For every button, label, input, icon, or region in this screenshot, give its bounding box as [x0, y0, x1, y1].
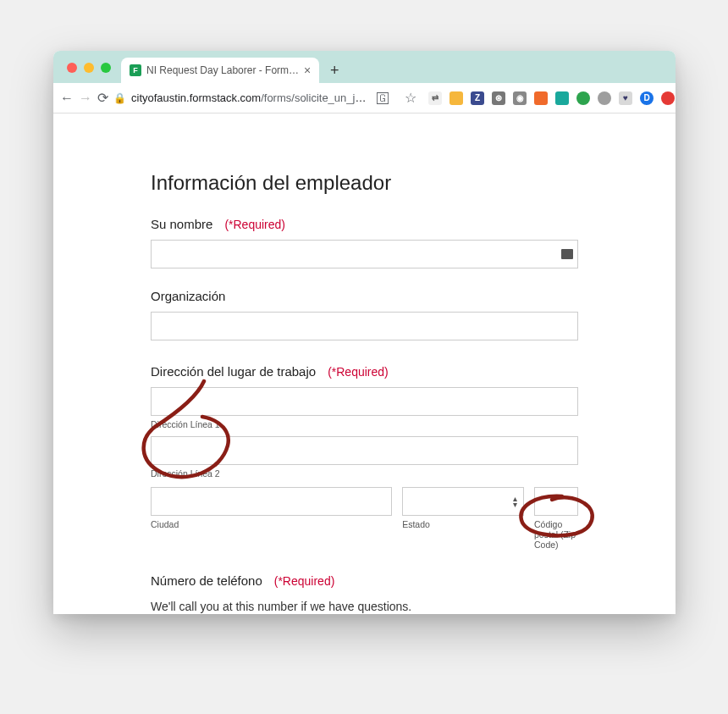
- address-line1-sublabel: Dirección Línea 1: [151, 419, 578, 429]
- required-label: (*Required): [274, 574, 335, 588]
- toolbar-right-icons: 🄶 ☆ ⇄Z⊛◉♥D: [372, 88, 675, 108]
- browser-toolbar: ← → ⟳ 🔒 cityofaustin.formstack.com/forms…: [53, 83, 676, 113]
- zip-input[interactable]: [534, 487, 578, 516]
- profile-d[interactable]: D: [640, 91, 654, 105]
- translate-icon[interactable]: ⇄: [428, 91, 442, 105]
- browser-window: F NI Request Day Laborer - Form… × + ← →…: [53, 51, 676, 614]
- forward-button[interactable]: →: [79, 88, 92, 108]
- tab-favicon: F: [130, 64, 141, 76]
- form-heading: Información del empleador: [151, 171, 578, 195]
- bookmark-star-icon[interactable]: ☆: [400, 88, 421, 108]
- browser-tab[interactable]: F NI Request Day Laborer - Form… ×: [121, 58, 319, 83]
- phone-helper-text: We'll call you at this number if we have…: [151, 600, 578, 613]
- new-tab-button[interactable]: +: [323, 58, 346, 82]
- name-label: Su nombre: [151, 217, 212, 231]
- minimize-window-button[interactable]: [84, 63, 94, 73]
- close-tab-icon[interactable]: ×: [304, 64, 311, 76]
- ext-camera[interactable]: ◉: [513, 91, 527, 105]
- required-label: (*Required): [328, 365, 389, 379]
- chevron-updown-icon: ▴▾: [513, 495, 517, 507]
- organization-input[interactable]: [151, 312, 578, 340]
- lock-icon: 🔒: [113, 92, 126, 104]
- org-label: Organización: [151, 289, 225, 303]
- page-content: Información del empleador Su nombre (*Re…: [53, 113, 676, 614]
- state-select[interactable]: [402, 487, 524, 516]
- url-text: cityofaustin.formstack.com/forms/solicit…: [131, 91, 367, 104]
- ext-heart[interactable]: ♥: [619, 91, 632, 105]
- window-controls: [60, 63, 118, 83]
- address-line1-input[interactable]: [151, 387, 578, 416]
- maximize-window-button[interactable]: [101, 63, 111, 73]
- ext-globe[interactable]: ⊛: [492, 91, 505, 105]
- city-sublabel: Ciudad: [151, 519, 392, 529]
- field-address: Dirección del lugar de trabajo (*Require…: [151, 364, 578, 550]
- ext-yellow[interactable]: [449, 91, 463, 105]
- address-line2-input[interactable]: [151, 436, 578, 465]
- extension-icons: ⇄Z⊛◉♥D: [428, 91, 675, 105]
- ext-z[interactable]: Z: [471, 91, 484, 105]
- employer-form: Información del empleador Su nombre (*Re…: [53, 113, 676, 614]
- city-input[interactable]: [151, 487, 392, 516]
- address-bar[interactable]: 🔒 cityofaustin.formstack.com/forms/solic…: [113, 91, 367, 104]
- field-name: Su nombre (*Required): [151, 217, 578, 268]
- tab-strip: F NI Request Day Laborer - Form… × +: [53, 51, 676, 83]
- ext-orange[interactable]: [534, 91, 548, 105]
- field-organization: Organización: [151, 289, 578, 340]
- ext-teal[interactable]: [555, 91, 569, 105]
- address-line2-sublabel: Dirección Línea 2: [151, 468, 578, 479]
- field-phone: Número de teléfono (*Required) We'll cal…: [151, 573, 578, 614]
- ext-gray[interactable]: [598, 91, 611, 105]
- address-label: Dirección del lugar de trabajo: [151, 364, 316, 379]
- ext-red[interactable]: [661, 91, 675, 105]
- close-window-button[interactable]: [67, 63, 77, 73]
- back-button[interactable]: ←: [60, 88, 74, 108]
- tab-title: NI Request Day Laborer - Form…: [146, 64, 299, 76]
- phone-label: Número de teléfono: [151, 573, 262, 588]
- reload-button[interactable]: ⟳: [97, 88, 108, 108]
- keyboard-icon: [561, 249, 573, 259]
- ext-green[interactable]: [576, 91, 590, 105]
- translate-icon[interactable]: 🄶: [372, 88, 393, 108]
- name-input[interactable]: [151, 240, 578, 268]
- zip-sublabel: Código postal (Zip Code): [534, 519, 578, 550]
- state-sublabel: Estado: [402, 519, 524, 529]
- required-label: (*Required): [224, 218, 285, 231]
